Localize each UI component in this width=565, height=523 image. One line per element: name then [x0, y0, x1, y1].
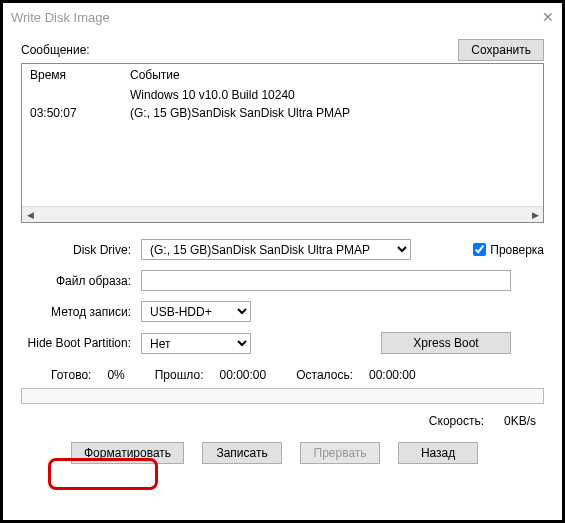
window-title: Write Disk Image [11, 10, 110, 25]
scroll-right-icon[interactable]: ▶ [527, 207, 543, 223]
ready-label: Готово: [51, 368, 91, 382]
log-cell-event: Windows 10 v10.0 Build 10240 [122, 86, 543, 104]
log-cell-time: 03:50:07 [22, 104, 122, 122]
remaining-value: 00:00:00 [369, 368, 416, 382]
disk-drive-label: Disk Drive: [21, 243, 141, 257]
titlebar: Write Disk Image ✕ [3, 3, 562, 31]
write-button[interactable]: Записать [202, 442, 282, 464]
log-header-event: Событие [122, 64, 543, 86]
hide-boot-label: Hide Boot Partition: [21, 336, 141, 350]
close-icon[interactable]: ✕ [542, 9, 554, 25]
log-header-time: Время [22, 64, 122, 86]
elapsed-label: Прошло: [155, 368, 204, 382]
elapsed-value: 00:00:00 [219, 368, 266, 382]
log-area: Время Событие Windows 10 v10.0 Build 102… [21, 63, 544, 223]
log-row: 03:50:07 (G:, 15 GB)SanDisk SanDisk Ultr… [22, 104, 543, 122]
log-cell-time [22, 86, 122, 104]
disk-drive-select[interactable]: (G:, 15 GB)SanDisk SanDisk Ultra PMAP [141, 239, 411, 260]
scroll-left-icon[interactable]: ◀ [22, 207, 38, 223]
message-label: Сообщение: [21, 43, 90, 57]
horizontal-scrollbar[interactable]: ◀ ▶ [22, 206, 543, 222]
image-file-input[interactable] [141, 270, 511, 291]
write-method-select[interactable]: USB-HDD+ [141, 301, 251, 322]
speed-value: 0KB/s [504, 414, 536, 428]
abort-button[interactable]: Прервать [300, 442, 380, 464]
progress-bar [21, 388, 544, 404]
remaining-label: Осталось: [296, 368, 353, 382]
log-cell-event: (G:, 15 GB)SanDisk SanDisk Ultra PMAP [122, 104, 543, 122]
save-button[interactable]: Сохранить [458, 39, 544, 61]
verify-label: Проверка [490, 243, 544, 257]
back-button[interactable]: Назад [398, 442, 478, 464]
image-file-label: Файл образа: [21, 274, 141, 288]
write-method-label: Метод записи: [21, 305, 141, 319]
speed-label: Скорость: [429, 414, 484, 428]
format-button[interactable]: Форматировать [71, 442, 184, 464]
hide-boot-select[interactable]: Нет [141, 333, 251, 354]
ready-value: 0% [107, 368, 124, 382]
xpress-boot-button[interactable]: Xpress Boot [381, 332, 511, 354]
verify-checkbox[interactable] [473, 243, 486, 256]
log-row: Windows 10 v10.0 Build 10240 [22, 86, 543, 104]
